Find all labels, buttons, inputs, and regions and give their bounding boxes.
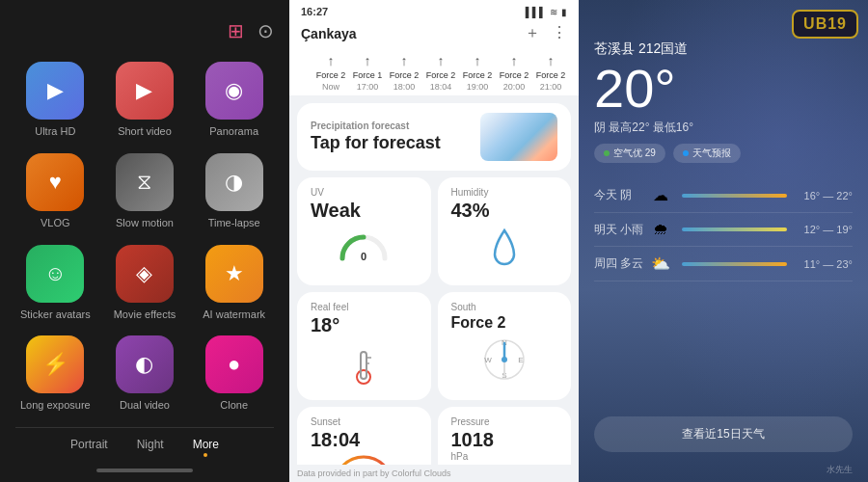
forecast-scroll[interactable]: ↑ Force 2 Now ↑ Force 1 17:00 ↑ Force 2 … [301,47,567,95]
chinese-day-row: 今天 阴 ☁ 16° — 22° [594,178,853,213]
camera-item-clone[interactable]: ● Clone [194,335,274,417]
humidity-value: 43% [451,200,558,222]
force-label: Force 1 [353,70,383,80]
pressure-value: 1018 [451,429,558,451]
camera-item-timelapse[interactable]: ◑ Time-lapse [194,153,274,235]
day-icon: ⛅ [647,254,674,273]
badge-air[interactable]: 空气优 29 [594,144,665,163]
ultrahd-label: Ultra HD [35,125,75,137]
chinese-description: 阴 最高22° 最低16° [594,120,853,136]
realfeel-icon [344,340,383,388]
wind-arrow: ↑ [548,53,555,68]
time-label: 18:00 [393,82,416,92]
camera-item-sticker[interactable]: ☺ Sticker avatars [15,245,95,327]
chinese-day-row: 周四 多云 ⛅ 11° — 23° [594,247,853,281]
precipitation-card[interactable]: Precipitation forecast Tap for forecast [297,103,571,171]
wind-arrow: ↑ [511,53,518,68]
settings-icon[interactable]: ⊙ [258,19,274,42]
battery-icon: ▮ [561,7,567,17]
day-temps: 12° — 19° [795,224,853,235]
camera-item-moviefx[interactable]: ◈ Movie effects [105,245,185,327]
sunset-label: Sunset [311,416,418,427]
watermark-text: 水先生 [827,465,853,474]
vlog-label: VLOG [41,217,70,228]
camera-item-panorama[interactable]: ◉ Panorama [194,62,274,144]
wind-arrow: ↑ [365,53,371,68]
day-label: 今天 阴 [594,187,647,203]
uv-card: UV Weak 0 [297,177,431,285]
sticker-label: Sticker avatars [20,308,91,320]
forecast-scroll-item[interactable]: ↑ Force 2 18:04 [422,53,459,92]
sunset-pressure-row: Sunset 18:04 [297,407,571,465]
forecast-scroll-item[interactable]: ↑ Force 1 17:00 [349,53,386,92]
camera-footer-night[interactable]: Night [137,438,164,457]
svg-point-1 [357,370,370,384]
home-bar [96,469,193,472]
camera-footer-more[interactable]: More [193,438,219,457]
camera-item-slowmotion[interactable]: ⧖ Slow motion [105,153,185,235]
force-label: Force 2 [316,70,346,80]
wind-compass: N S W E [480,335,529,384]
chinese-bottom-button[interactable]: 查看近15日天气 [594,416,853,452]
camera-footer: PortraitNightMore [15,427,274,463]
forecast-data-attribution: Data provided in part by Colorful Clouds [297,469,451,478]
camera-item-aiwatermark[interactable]: ★ AI watermark [194,245,274,327]
more-icon[interactable]: ⋮ [552,23,567,43]
precip-value: Tap for forecast [311,133,441,153]
clone-label: Clone [220,399,248,411]
forecast-scroll-item[interactable]: ↑ Force 2 Now [312,53,349,92]
camera-item-vlog[interactable]: ♥ VLOG [15,153,95,235]
forecast-footer: Data provided in part by Colorful Clouds [289,465,579,482]
chinese-weather-panel: UB19 苍溪县 212国道 20° 阴 最高22° 最低16° 空气优 29天… [579,0,868,482]
forecast-body: Precipitation forecast Tap for forecast … [289,95,579,465]
dualvideo-label: Dual video [120,399,170,411]
slowmotion-label: Slow motion [116,217,174,228]
camera-item-longexposure[interactable]: ⚡ Long exposure [15,335,95,417]
forecast-scroll-item[interactable]: ↑ Force 2 19:00 [459,53,496,92]
wind-arrow: ↑ [328,53,335,68]
sunset-value: 18:04 [311,429,418,451]
grid-icon[interactable]: ⊞ [228,19,244,42]
force-label: Force 2 [426,70,456,80]
wifi-icon: ≋ [550,7,557,17]
time-label: Now [322,82,339,92]
day-temps: 16° — 22° [795,190,853,201]
force-label: Force 2 [463,70,493,80]
forecast-scroll-item[interactable]: ↑ Force 2 21:00 [532,53,567,92]
chinese-header: UB19 苍溪县 212国道 20° 阴 最高22° 最低16° 空气优 29天… [579,0,868,169]
svg-rect-2 [361,352,366,379]
uv-value: Weak [311,200,418,222]
chinese-location: 苍溪县 212国道 [594,40,853,58]
forecast-scroll-item[interactable]: ↑ Force 2 20:00 [496,53,532,92]
force-label: Force 2 [500,70,529,80]
vlog-icon: ♥ [26,153,84,211]
panorama-label: Panorama [209,125,258,137]
realfeel-label: Real feel [311,302,418,312]
chinese-badges: 空气优 29天气预报 [594,144,853,163]
camera-item-ultrahd[interactable]: ▶ Ultra HD [15,62,95,144]
status-icons: ▌▌▌ ≋ ▮ [526,7,567,17]
chinese-forecast-list: 今天 阴 ☁ 16° — 22° 明天 小雨 🌧 12° — 19° 周四 多云… [579,169,868,407]
camera-item-shortvideo[interactable]: ▶ Short video [105,62,185,144]
forecast-time: 16:27 [301,6,328,17]
wind-direction-label: South [451,302,558,312]
pressure-label: Pressure [451,416,558,427]
humidity-icon [485,226,524,274]
forecast-scroll-item[interactable]: ↑ Force 2 18:00 [386,53,422,92]
svg-point-12 [502,357,507,362]
add-icon[interactable]: ＋ [525,23,540,43]
night-label: Night [137,438,164,451]
camera-grid: ▶ Ultra HD ▶ Short video ◉ Panorama ♥ VL… [15,62,274,417]
badge-label: 天气预报 [692,147,731,160]
camera-item-dualvideo[interactable]: ◐ Dual video [105,335,185,417]
pressure-card: Pressure 1018 hPa hPa [438,407,572,465]
badge-forecast[interactable]: 天气预报 [673,144,741,163]
wind-value: Force 2 [451,314,558,332]
camera-footer-portrait[interactable]: Portrait [70,438,108,457]
pressure-unit: hPa [451,451,558,462]
time-label: 17:00 [357,82,379,92]
wind-arrow: ↑ [401,53,408,68]
badge-dot [683,150,689,156]
more-label: More [193,438,219,451]
day-label: 明天 小雨 [594,222,647,238]
